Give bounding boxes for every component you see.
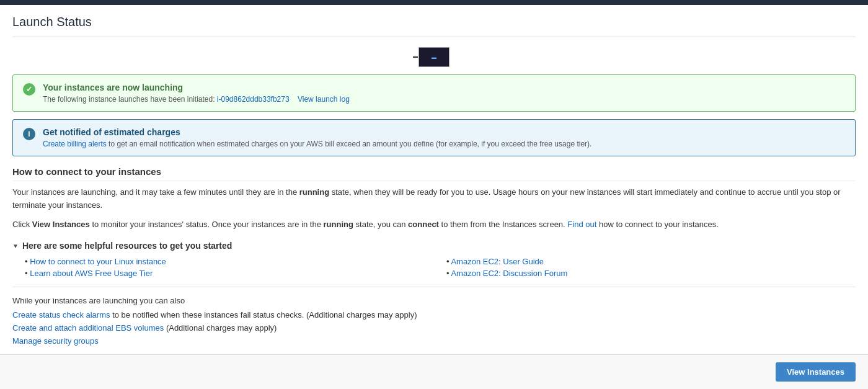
view-instances-button[interactable]: View Instances	[776, 362, 856, 382]
action-item-0: Create status check alarms to be notifie…	[12, 310, 856, 320]
resource-link-2[interactable]: Learn about AWS Free Usage Tier	[30, 269, 153, 278]
instance-diagram: ▬	[418, 47, 450, 67]
connect-paragraph-1: Your instances are launching, and it may…	[12, 186, 856, 212]
list-item: • Learn about AWS Free Usage Tier	[25, 269, 434, 278]
connect-paragraph-2: Click View Instances to monitor your ins…	[12, 218, 856, 231]
info-alert-body-text: to get an email notification when estima…	[108, 140, 591, 148]
resources-section-header[interactable]: ▼ Here are some helpful resources to get…	[12, 241, 856, 251]
info-alert: i Get notified of estimated charges Crea…	[12, 119, 856, 156]
success-alert-content: Your instances are now launching The fol…	[43, 83, 845, 104]
instance-id-link[interactable]: i-09d862dddb33fb273	[217, 95, 290, 104]
chevron-down-icon: ▼	[12, 243, 19, 249]
instance-image-area: ▬	[12, 47, 856, 67]
info-icon: i	[23, 128, 35, 140]
create-billing-alerts-link[interactable]: Create billing alerts	[43, 140, 107, 148]
resources-grid: • How to connect to your Linux instance …	[25, 257, 856, 278]
action-item-1: Create and attach additional EBS volumes…	[12, 323, 856, 333]
connect-bold: connect	[408, 220, 439, 229]
info-alert-content: Get notified of estimated charges Create…	[43, 127, 845, 148]
while-launching-intro: While your instances are launching you c…	[12, 296, 856, 305]
list-item: • Amazon EC2: User Guide	[446, 257, 856, 266]
info-alert-title: Get notified of estimated charges	[43, 127, 845, 137]
list-item: • How to connect to your Linux instance	[25, 257, 434, 266]
running-bold-1: running	[299, 187, 329, 197]
success-alert: ✓ Your instances are now launching The f…	[12, 74, 856, 112]
success-alert-body: The following instance launches have bee…	[43, 95, 845, 104]
footer-bar: View Instances	[0, 354, 868, 389]
find-out-link[interactable]: Find out	[567, 220, 596, 229]
info-alert-body: Create billing alerts to get an email no…	[43, 140, 845, 148]
success-icon: ✓	[23, 83, 35, 96]
ebs-volumes-link[interactable]: Create and attach additional EBS volumes	[12, 323, 164, 333]
view-instances-bold: View Instances	[32, 220, 90, 229]
success-body-prefix: The following instance launches have bee…	[43, 95, 217, 104]
divider	[12, 287, 856, 287]
page-title: Launch Status	[12, 15, 856, 37]
action-item-2: Manage security groups	[12, 336, 856, 346]
resource-link-0[interactable]: How to connect to your Linux instance	[30, 257, 166, 266]
running-bold-2: running	[324, 220, 353, 229]
resources-section: ▼ Here are some helpful resources to get…	[12, 241, 856, 278]
top-navigation-bar	[0, 0, 868, 5]
resource-link-1[interactable]: Amazon EC2: User Guide	[451, 257, 544, 266]
action-links: Create status check alarms to be notifie…	[12, 310, 856, 346]
main-content: Launch Status ▬ ✓ Your instances are now…	[0, 5, 868, 389]
resources-header-label: Here are some helpful resources to get y…	[22, 241, 232, 251]
list-item: • Amazon EC2: Discussion Forum	[446, 269, 856, 278]
success-alert-title: Your instances are now launching	[43, 83, 845, 92]
connect-section-title: How to connect to your instances	[12, 166, 856, 181]
view-launch-log-link[interactable]: View launch log	[298, 95, 350, 104]
resource-link-3[interactable]: Amazon EC2: Discussion Forum	[451, 269, 567, 278]
action-item-0-text: to be notified when these instances fail…	[112, 310, 417, 320]
connect-paragraph-2-end: how to connect to your instances.	[596, 220, 719, 229]
security-groups-link[interactable]: Manage security groups	[12, 336, 99, 346]
status-check-alarms-link[interactable]: Create status check alarms	[12, 310, 110, 320]
action-item-1-text: (Additional charges may apply)	[166, 323, 277, 333]
